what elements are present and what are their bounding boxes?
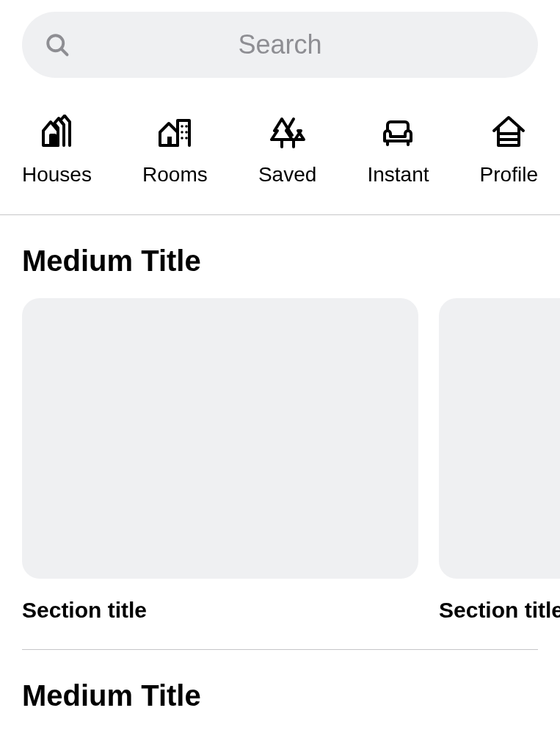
- card-item[interactable]: Section title: [439, 298, 560, 623]
- tab-houses[interactable]: Houses: [22, 115, 92, 187]
- tab-saved[interactable]: Saved: [258, 115, 316, 187]
- card-title: Section title: [439, 598, 560, 623]
- divider: [22, 649, 538, 650]
- houses-icon: [39, 115, 74, 150]
- trees-icon: [270, 115, 305, 150]
- section-heading: Medium Title: [22, 679, 538, 712]
- tab-row: Houses Rooms: [0, 78, 560, 215]
- couch-icon: [380, 115, 415, 150]
- svg-point-5: [186, 131, 189, 134]
- tab-label: Rooms: [142, 163, 208, 187]
- tab-instant[interactable]: Instant: [367, 115, 429, 187]
- svg-point-7: [186, 137, 189, 140]
- card-title: Section title: [22, 598, 418, 623]
- svg-point-6: [181, 137, 184, 140]
- tab-rooms[interactable]: Rooms: [142, 115, 208, 187]
- section-heading: Medium Title: [22, 245, 538, 278]
- tab-label: Houses: [22, 163, 92, 187]
- search-icon: [44, 32, 70, 58]
- svg-point-2: [181, 125, 184, 128]
- search-bar[interactable]: [22, 12, 538, 78]
- tab-label: Instant: [367, 163, 429, 187]
- card-item[interactable]: Section title: [22, 298, 418, 623]
- card-row[interactable]: Section title Section title: [0, 298, 560, 623]
- search-input[interactable]: [85, 29, 516, 60]
- svg-point-4: [181, 131, 184, 134]
- tab-profile[interactable]: Profile: [480, 115, 538, 187]
- rooms-icon: [157, 115, 192, 150]
- card-image-placeholder: [22, 298, 418, 579]
- svg-point-3: [186, 125, 189, 128]
- svg-line-1: [62, 49, 68, 55]
- house-roof-icon: [491, 115, 526, 150]
- tab-label: Saved: [258, 163, 316, 187]
- card-image-placeholder: [439, 298, 560, 579]
- tab-label: Profile: [480, 163, 538, 187]
